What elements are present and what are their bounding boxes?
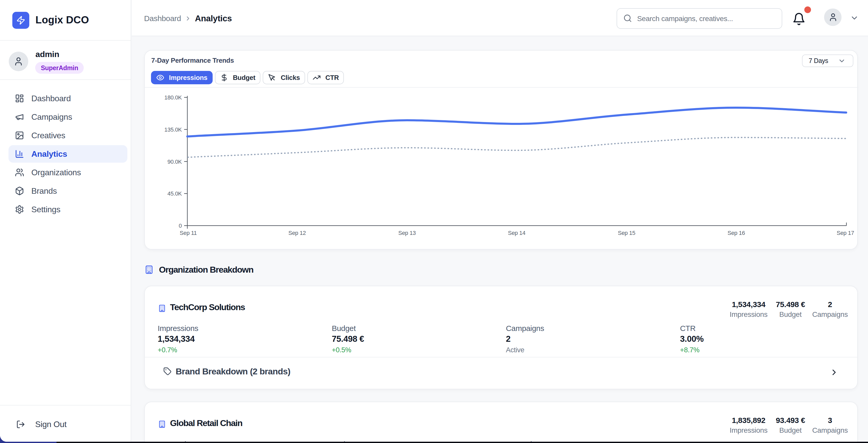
svg-text:90.0K: 90.0K [167, 158, 182, 165]
svg-text:0: 0 [179, 223, 182, 229]
svg-text:Sep 14: Sep 14 [508, 230, 525, 236]
svg-text:135.0K: 135.0K [164, 126, 182, 133]
svg-text:45.0K: 45.0K [167, 190, 182, 197]
svg-text:Sep 16: Sep 16 [727, 230, 745, 236]
svg-text:Sep 12: Sep 12 [288, 230, 306, 236]
svg-text:180.0K: 180.0K [164, 94, 182, 101]
svg-text:Sep 13: Sep 13 [398, 230, 416, 236]
svg-text:Sep 11: Sep 11 [180, 230, 197, 236]
svg-text:Sep 15: Sep 15 [618, 230, 636, 236]
svg-text:Sep 17: Sep 17 [837, 230, 854, 236]
